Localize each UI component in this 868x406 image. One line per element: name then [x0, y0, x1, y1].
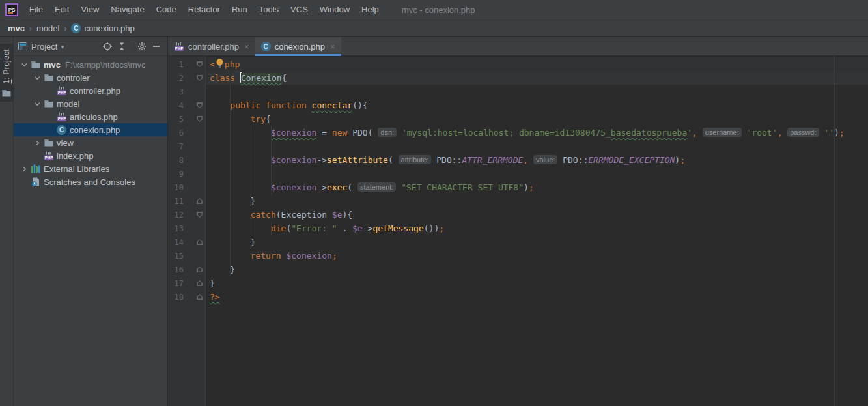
breadcrumb-item-model[interactable]: model: [36, 23, 59, 33]
code-token: [396, 182, 401, 192]
code-line-10[interactable]: $conexion->exec( statement: "SET CHARACT…: [206, 181, 868, 194]
code-token: .: [337, 224, 352, 233]
code-token: ){: [343, 210, 353, 220]
parameter-hint: attribute:: [399, 155, 432, 164]
tree-item-controller.php[interactable]: PHPcontroller.php: [14, 84, 167, 97]
code-token: $e: [332, 210, 343, 220]
chevron-down-icon[interactable]: [32, 100, 43, 108]
breadcrumb-item-conexion.php[interactable]: Cconexion.php: [71, 23, 134, 33]
gutter-row: 12: [168, 208, 205, 222]
code-line-13[interactable]: die("Error: " . $e->getMessage());: [206, 222, 868, 235]
gutter-row: 7: [168, 139, 205, 153]
close-icon[interactable]: ×: [244, 42, 249, 51]
close-icon[interactable]: ×: [330, 42, 335, 51]
chevron-right-icon[interactable]: [32, 139, 43, 147]
fold-marker-icon[interactable]: [197, 102, 203, 108]
project-panel-title[interactable]: Project: [31, 42, 57, 51]
menu-run[interactable]: Run: [226, 0, 253, 20]
fold-marker-icon[interactable]: [197, 280, 203, 286]
code-token: ;: [839, 128, 845, 138]
code-line-7[interactable]: [206, 139, 868, 153]
code-editor[interactable]: <phpclass Conexion{ public function cone…: [206, 56, 868, 406]
code-line-8[interactable]: $conexion->setAttribute( attribute: PDO:…: [206, 153, 868, 167]
hide-button[interactable]: [149, 39, 163, 53]
fold-marker-icon[interactable]: [197, 267, 203, 272]
chevron-right-icon[interactable]: [19, 166, 30, 173]
menu-tools[interactable]: Tools: [253, 0, 285, 20]
line-number: 3: [168, 87, 184, 96]
menu-edit[interactable]: Edit: [49, 0, 75, 20]
code-line-6[interactable]: $conexion = new PDO( dsn: 'mysql:host=lo…: [206, 126, 868, 139]
code-line-3[interactable]: [206, 85, 868, 98]
code-token: ': [687, 128, 692, 138]
menu-refactor[interactable]: Refactor: [182, 0, 226, 20]
php-icon: PHP: [174, 41, 184, 51]
fold-marker-icon[interactable]: [197, 116, 203, 122]
code-token: php: [225, 59, 240, 69]
menu-view[interactable]: View: [75, 0, 105, 20]
breadcrumb-label: mvc: [8, 23, 25, 33]
fold-marker-icon[interactable]: [197, 212, 203, 218]
code-token: [742, 128, 747, 138]
settings-button[interactable]: [135, 39, 149, 53]
editor-tab-bar: PHPcontroller.php×Cconexion.php×: [168, 37, 868, 56]
code-token: setAttribute: [327, 155, 388, 165]
tree-item-model[interactable]: model: [14, 97, 167, 110]
code-token: <: [210, 59, 215, 69]
tree-item-conexion.php[interactable]: Cconexion.php: [14, 123, 167, 136]
parameter-hint: username:: [703, 128, 742, 137]
menu-window[interactable]: Window: [314, 0, 356, 20]
tree-item-scratches-and-consoles[interactable]: Scratches and Consoles: [14, 175, 167, 188]
code-line-9[interactable]: [206, 167, 868, 181]
gutter-row: 2: [168, 71, 205, 85]
code-token: "SET CHARACTER SET UTF8": [401, 182, 524, 192]
code-line-16[interactable]: }: [206, 263, 868, 276]
tab-label: conexion.php: [275, 42, 325, 51]
tab-controller.php[interactable]: PHPcontroller.php×: [168, 37, 255, 55]
code-line-12[interactable]: catch(Exception $e){: [206, 208, 868, 222]
code-line-15[interactable]: return $conexion;: [206, 249, 868, 263]
code-line-5[interactable]: try{: [206, 112, 868, 126]
fold-marker-icon[interactable]: [197, 75, 203, 81]
code-line-18[interactable]: ?>: [206, 290, 868, 304]
code-token: (Exception: [276, 210, 332, 220]
menu-file[interactable]: File: [23, 0, 49, 20]
chevron-down-icon[interactable]: ▾: [61, 43, 64, 50]
tab-conexion.php[interactable]: Cconexion.php×: [255, 37, 341, 55]
line-number: 18: [168, 293, 184, 302]
line-number: 14: [168, 238, 184, 247]
menu-navigate[interactable]: Navigate: [105, 0, 150, 20]
locate-button[interactable]: [100, 39, 115, 53]
chevron-down-icon[interactable]: [32, 74, 43, 81]
tree-item-mvc[interactable]: mvcF:\xampp\htdocs\mvc: [14, 58, 167, 71]
code-line-14[interactable]: }: [206, 235, 868, 249]
intention-bulb-icon[interactable]: [215, 59, 225, 69]
gutter-row: 9: [168, 167, 205, 181]
menu-code[interactable]: Code: [150, 0, 182, 20]
chevron-down-icon[interactable]: [19, 61, 30, 68]
code-token: $conexion: [271, 155, 316, 165]
fold-marker-icon[interactable]: [197, 198, 203, 204]
code-line-4[interactable]: public function conectar(){: [206, 98, 868, 112]
fold-marker-icon[interactable]: [197, 239, 203, 245]
tree-item-articulos.php[interactable]: PHParticulos.php: [14, 110, 167, 123]
fold-marker-icon[interactable]: [197, 294, 203, 300]
tree-item-index.php[interactable]: PHPindex.php: [14, 149, 167, 162]
tree-item-controler[interactable]: controler: [14, 71, 167, 84]
breadcrumb-item-mvc[interactable]: mvc: [8, 23, 25, 33]
tool-window-tab-project[interactable]: 1: Project: [0, 44, 13, 102]
code-line-11[interactable]: }: [206, 194, 868, 208]
menu-help[interactable]: Help: [356, 0, 385, 20]
tree-item-view[interactable]: view: [14, 136, 167, 149]
class-icon: C: [71, 23, 81, 33]
code-line-17[interactable]: }: [206, 276, 868, 290]
tree-item-external-libraries[interactable]: External Libraries: [14, 162, 167, 175]
code-line-2[interactable]: class Conexion{: [206, 71, 868, 85]
gutter-row: 16: [168, 263, 205, 276]
code-token: ): [675, 155, 680, 165]
menu-vcs[interactable]: VCS: [285, 0, 314, 20]
collapse-all-button[interactable]: [115, 39, 129, 53]
code-line-1[interactable]: <php: [206, 57, 868, 71]
fold-marker-icon[interactable]: [197, 61, 203, 67]
collapse-all-icon: [117, 41, 127, 51]
